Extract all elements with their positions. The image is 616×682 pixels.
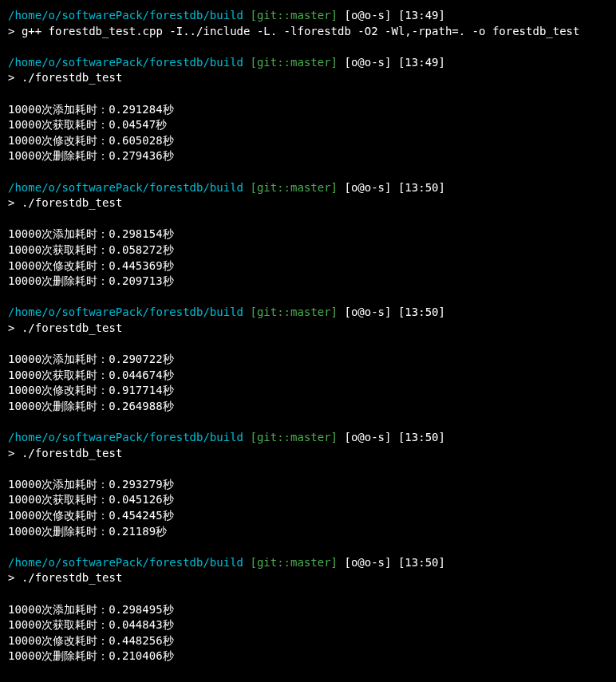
output-line: 10000次删除耗时：0.21189秒 <box>8 524 608 540</box>
prompt-line: /home/o/softwarePack/forestdb/build [git… <box>8 8 608 24</box>
timestamp: [13:50] <box>398 556 445 569</box>
timestamp: [13:49] <box>398 56 445 69</box>
user-host: [o@o-s] <box>344 556 391 569</box>
git-branch: [git::master] <box>250 431 338 443</box>
blank-line <box>8 539 608 555</box>
command-line[interactable]: > ./forestdb_test <box>8 446 608 462</box>
cwd-path: /home/o/softwarePack/forestdb/build <box>8 9 243 22</box>
prompt-symbol: > <box>8 447 14 459</box>
timestamp: [13:49] <box>398 9 445 22</box>
command-line[interactable]: > ./forestdb_test <box>8 195 608 211</box>
terminal-output: /home/o/softwarePack/forestdb/build [git… <box>8 8 608 680</box>
timestamp: [13:50] <box>398 431 445 443</box>
command-line[interactable]: > ./forestdb_test <box>8 70 608 86</box>
command-line[interactable]: > g++ forestdb_test.cpp -I../include -L.… <box>8 24 608 40</box>
output-line: 10000次修改耗时：0.605028秒 <box>8 133 608 149</box>
blank-line <box>8 211 608 227</box>
blank-line <box>8 414 608 430</box>
blank-line <box>8 164 608 180</box>
output-line: 10000次添加耗时：0.290722秒 <box>8 352 608 368</box>
output-line: 10000次获取耗时：0.058272秒 <box>8 242 608 258</box>
command-text: ./forestdb_test <box>22 71 122 84</box>
output-line: 10000次删除耗时：0.209713秒 <box>8 274 608 290</box>
user-host: [o@o-s] <box>344 306 391 318</box>
prompt-symbol: > <box>8 571 14 584</box>
prompt-line: /home/o/softwarePack/forestdb/build [git… <box>8 305 608 321</box>
prompt-symbol: > <box>8 25 14 37</box>
git-branch: [git::master] <box>250 181 338 194</box>
blank-line <box>8 290 608 306</box>
command-text: ./forestdb_test <box>22 321 122 334</box>
prompt-line: /home/o/softwarePack/forestdb/build [git… <box>8 555 608 571</box>
blank-line <box>8 86 608 102</box>
cwd-path: /home/o/softwarePack/forestdb/build <box>8 56 243 69</box>
blank-line <box>8 336 608 352</box>
prompt-line: /home/o/softwarePack/forestdb/build [git… <box>8 55 608 71</box>
command-line[interactable]: > ./forestdb_test <box>8 321 608 337</box>
output-line: 10000次获取耗时：0.045126秒 <box>8 492 608 508</box>
output-line: 10000次修改耗时：0.445369秒 <box>8 258 608 274</box>
output-line: 10000次删除耗时：0.279436秒 <box>8 148 608 164</box>
blank-line <box>8 664 608 680</box>
cwd-path: /home/o/softwarePack/forestdb/build <box>8 181 243 194</box>
blank-line <box>8 461 608 477</box>
git-branch: [git::master] <box>250 556 338 569</box>
prompt-line: /home/o/softwarePack/forestdb/build [git… <box>8 430 608 446</box>
output-line: 10000次添加耗时：0.293279秒 <box>8 477 608 493</box>
output-line: 10000次修改耗时：0.454245秒 <box>8 508 608 524</box>
git-branch: [git::master] <box>250 9 338 22</box>
cwd-path: /home/o/softwarePack/forestdb/build <box>8 431 243 443</box>
git-branch: [git::master] <box>250 56 338 69</box>
user-host: [o@o-s] <box>344 9 391 22</box>
command-line[interactable]: > ./forestdb_test <box>8 570 608 586</box>
user-host: [o@o-s] <box>344 56 391 69</box>
timestamp: [13:50] <box>398 181 445 194</box>
output-line: 10000次添加耗时：0.298495秒 <box>8 602 608 618</box>
user-host: [o@o-s] <box>344 181 391 194</box>
output-line: 10000次获取耗时：0.044843秒 <box>8 617 608 633</box>
command-text: ./forestdb_test <box>22 447 122 459</box>
command-text: g++ forestdb_test.cpp -I../include -L. -… <box>22 25 580 37</box>
command-text: ./forestdb_test <box>22 196 122 209</box>
output-line: 10000次添加耗时：0.291284秒 <box>8 102 608 118</box>
git-branch: [git::master] <box>250 306 338 318</box>
output-line: 10000次获取耗时：0.044674秒 <box>8 368 608 384</box>
prompt-symbol: > <box>8 71 14 84</box>
prompt-symbol: > <box>8 321 14 334</box>
command-text: ./forestdb_test <box>22 571 122 584</box>
prompt-symbol: > <box>8 196 14 209</box>
blank-line <box>8 39 608 55</box>
output-line: 10000次删除耗时：0.210406秒 <box>8 648 608 664</box>
output-line: 10000次修改耗时：0.448256秒 <box>8 633 608 649</box>
cwd-path: /home/o/softwarePack/forestdb/build <box>8 556 243 569</box>
blank-line <box>8 586 608 602</box>
output-line: 10000次删除耗时：0.264988秒 <box>8 399 608 415</box>
output-line: 10000次添加耗时：0.298154秒 <box>8 227 608 242</box>
output-line: 10000次修改耗时：0.917714秒 <box>8 383 608 399</box>
output-line: 10000次获取耗时：0.04547秒 <box>8 117 608 133</box>
timestamp: [13:50] <box>398 306 445 318</box>
prompt-line: /home/o/softwarePack/forestdb/build [git… <box>8 180 608 196</box>
user-host: [o@o-s] <box>344 431 391 443</box>
cwd-path: /home/o/softwarePack/forestdb/build <box>8 306 243 318</box>
